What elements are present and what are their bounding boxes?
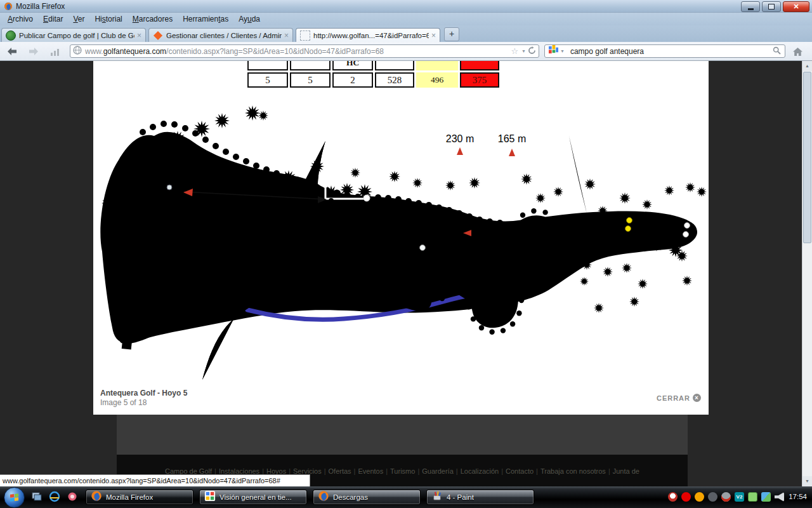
hazard-stake-icon xyxy=(542,270,547,275)
white-shrub-icon xyxy=(273,170,280,177)
scorecard-cell: 5 xyxy=(247,72,288,88)
gallery-lightbox: 230 m 165 m 236 m HC552528496375 Anteque… xyxy=(93,61,709,415)
vodafone-tray-icon[interactable] xyxy=(681,492,691,502)
new-tab-button[interactable]: + xyxy=(444,27,459,41)
hazard-stake-icon xyxy=(466,304,471,309)
footer-separator: | xyxy=(354,467,356,475)
input-tray-icon[interactable] xyxy=(721,492,731,502)
hazard-stake-icon xyxy=(516,285,521,290)
menu-historial[interactable]: Historial xyxy=(89,13,127,25)
java-tray-icon[interactable] xyxy=(668,492,678,502)
hazard-stake-icon xyxy=(128,283,133,288)
vertical-scrollbar[interactable]: ▲ ▼ xyxy=(802,61,812,486)
menu-marcadores[interactable]: Marcadores xyxy=(128,13,178,25)
show-desktop-icon[interactable] xyxy=(30,490,43,503)
white-shrub-icon xyxy=(103,210,110,217)
white-shrub-icon xyxy=(395,196,402,203)
menu-editar[interactable]: Editar xyxy=(38,13,68,25)
site-stats-icon[interactable] xyxy=(48,44,62,58)
scrollbar-thumb[interactable] xyxy=(803,72,811,243)
minimize-button[interactable] xyxy=(741,1,760,12)
url-dropdown-icon[interactable]: ▼ xyxy=(521,49,526,53)
bush-icon xyxy=(682,276,692,286)
footer-link[interactable]: Trabaja con nosotros xyxy=(540,467,606,475)
back-button[interactable] xyxy=(5,44,19,58)
network-tray-icon[interactable] xyxy=(761,492,771,502)
white-shrub-icon xyxy=(304,180,310,187)
hazard-stake-icon xyxy=(560,253,565,258)
hazard-stake-icon xyxy=(542,210,547,215)
hazard-stake-icon xyxy=(507,246,512,251)
hazard-stake-icon xyxy=(150,288,155,293)
forward-button[interactable] xyxy=(27,44,41,58)
white-shrub-icon xyxy=(103,224,109,231)
hazard-stake-icon xyxy=(264,275,269,280)
menu-herramientas[interactable]: Herramientas xyxy=(178,13,233,25)
firefox-icon xyxy=(4,2,13,11)
desktop: Mozilla Firefox ✕ ArchivoEditarVerHistor… xyxy=(0,0,812,508)
hazard-stake-icon xyxy=(440,296,445,301)
url-bar[interactable]: www.golfantequera.com/contenido.aspx?lan… xyxy=(70,44,539,58)
battery-tray-icon[interactable] xyxy=(748,492,757,502)
white-shrub-icon xyxy=(233,154,239,160)
caption-title: Antequera Golf - Hoyo 5 xyxy=(100,389,187,398)
footer-link[interactable]: Turismo xyxy=(390,467,415,475)
menu-archivo[interactable]: Archivo xyxy=(3,13,38,25)
bush-icon xyxy=(584,178,596,190)
tab[interactable]: Publicar Campo de golf | Club de Gol...× xyxy=(1,28,146,42)
bush-icon xyxy=(412,178,422,188)
hazard-stake-icon xyxy=(471,316,476,321)
taskbar-button[interactable]: Mozilla Firefox xyxy=(86,490,193,505)
restore-button[interactable] xyxy=(762,1,781,12)
tab-close-icon[interactable]: × xyxy=(284,31,289,40)
bookmark-star-icon[interactable]: ☆ xyxy=(511,46,518,56)
hazard-stake-icon xyxy=(284,270,289,275)
search-input[interactable]: campo golf antequera xyxy=(570,47,773,56)
tab[interactable]: Gestionar clientes / Clientes / Admini..… xyxy=(148,28,293,42)
media-tray-icon[interactable] xyxy=(708,492,717,502)
window-titlebar[interactable]: Mozilla Firefox ✕ xyxy=(0,0,812,13)
taskbar-button[interactable]: Visión general en tie... xyxy=(199,490,307,505)
footer-link[interactable]: Contacto xyxy=(506,467,534,475)
footer-link[interactable]: Junta de xyxy=(613,467,639,475)
hazard-stake-icon xyxy=(184,280,189,285)
taskbar: » Mozilla FirefoxVisión general en tie..… xyxy=(0,486,812,508)
scroll-up-icon[interactable]: ▲ xyxy=(802,61,812,71)
internet-explorer-icon[interactable] xyxy=(48,490,61,503)
search-engine-dropdown-icon[interactable]: ▼ xyxy=(560,49,565,53)
tab-close-icon[interactable]: × xyxy=(137,31,141,40)
menu-ayuda[interactable]: Ayuda xyxy=(233,13,265,25)
footer-link[interactable]: Ofertas xyxy=(329,467,351,475)
scroll-down-icon[interactable]: ▼ xyxy=(802,476,812,486)
avast-tray-icon[interactable] xyxy=(695,492,704,502)
taskbar-button[interactable]: 4 - Paint xyxy=(426,490,534,505)
start-button[interactable] xyxy=(4,487,25,508)
close-lightbox-button[interactable]: CERRAR × xyxy=(657,394,701,402)
close-window-button[interactable]: ✕ xyxy=(783,1,809,12)
reload-icon[interactable] xyxy=(528,46,536,57)
white-shrub-icon xyxy=(466,213,473,220)
browser-viewport: Campo de Golf|Instalaciones|Hoyos|Servic… xyxy=(0,61,812,486)
footer-link[interactable]: Guardería xyxy=(422,467,454,475)
media-player-icon[interactable] xyxy=(66,490,79,503)
pond-upper xyxy=(511,215,561,271)
white-shrub-icon xyxy=(571,216,577,222)
menu-ver[interactable]: Ver xyxy=(68,13,89,25)
teamviewer-tray-icon[interactable]: V2 xyxy=(735,492,744,502)
hazard-stake-icon xyxy=(501,267,506,272)
tab[interactable]: http://www.golfan...=47&idParrafo=68× xyxy=(296,28,440,42)
home-icon[interactable] xyxy=(790,44,804,58)
taskbar-clock[interactable]: 17:54 xyxy=(789,493,807,500)
volume-tray-icon[interactable] xyxy=(775,492,784,502)
white-shrub-icon xyxy=(314,184,320,190)
search-bar[interactable]: ▼ campo golf antequera xyxy=(544,44,785,58)
hazard-stake-icon xyxy=(207,276,212,281)
taskbar-button[interactable]: Descargas xyxy=(313,490,421,505)
ball-marker xyxy=(420,245,426,251)
tab-close-icon[interactable]: × xyxy=(431,31,436,40)
footer-link[interactable]: Eventos xyxy=(358,467,383,475)
hazard-stake-icon xyxy=(118,280,123,285)
close-circle-icon: × xyxy=(693,394,701,402)
footer-link[interactable]: Localización xyxy=(461,467,499,475)
search-magnifier-icon[interactable] xyxy=(773,46,781,57)
